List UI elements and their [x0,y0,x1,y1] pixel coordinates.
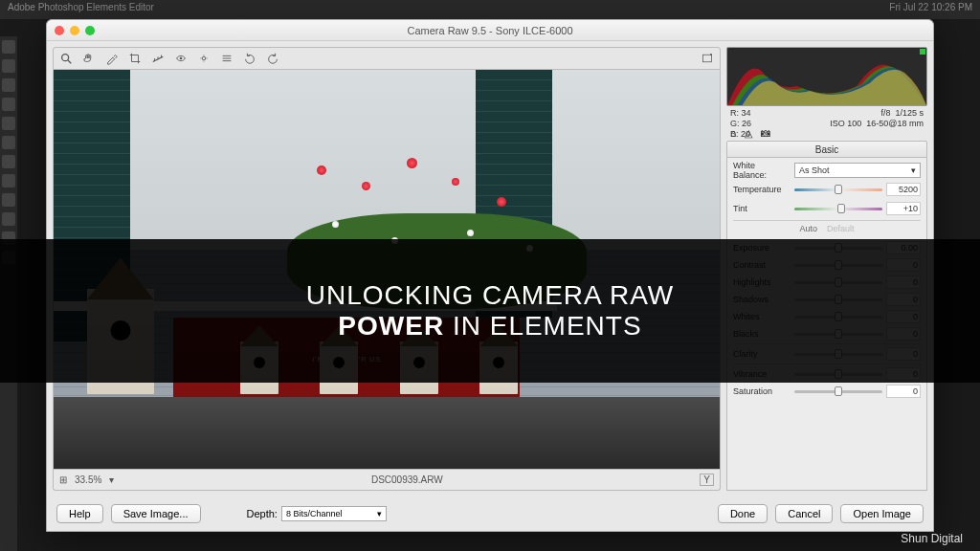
saturation-value[interactable]: 0 [886,385,921,398]
zoom-fit-icon[interactable]: ⊞ [59,474,67,485]
crop-tool-icon[interactable] [128,52,142,65]
chevron-down-icon: ▾ [377,507,382,520]
rotate-cw-icon[interactable] [266,52,279,65]
help-button[interactable]: Help [56,504,103,523]
save-image-button[interactable]: Save Image... [111,504,201,523]
svg-line-1 [68,60,72,64]
zoom-tool-icon[interactable] [59,52,73,65]
camera-tab-icon[interactable]: 📷︎ [760,127,770,139]
auto-button[interactable]: Auto [799,224,817,237]
straighten-tool-icon[interactable] [151,52,165,65]
basic-tab-icon[interactable]: ⌂ [730,127,737,139]
detail-tool-icon[interactable] [174,52,188,65]
histogram-area: R: 34 G: 26 B: 20 f/8 1/125 s ISO 100 16… [726,47,927,125]
saturation-label: Saturation [733,386,791,396]
redeye-tool-icon[interactable] [197,52,211,65]
bottom-bar: Help Save Image... Depth: 8 Bits/Channel… [47,496,933,531]
preview-mode-toggle[interactable]: Y [700,474,714,486]
done-button[interactable]: Done [718,504,768,523]
watermark: Shun Digital [901,532,963,545]
tint-label: Tint [733,204,791,213]
hand-tool-icon[interactable] [82,52,96,65]
host-menubar: Adobe Photoshop Elements Editor Fri Jul … [0,0,980,19]
prefs-icon[interactable] [220,52,234,65]
svg-point-6 [180,57,183,60]
open-image-button[interactable]: Open Image [840,504,924,523]
close-icon[interactable] [55,26,64,35]
tint-value[interactable]: +10 [886,202,921,215]
wb-label: White Balance: [733,161,791,180]
eyedropper-icon[interactable] [105,52,119,65]
depth-label: Depth: [247,508,278,519]
svg-rect-15 [703,55,712,62]
svg-point-7 [202,56,206,60]
chevron-down-icon: ▾ [911,164,916,177]
depth-select[interactable]: 8 Bits/Channel▾ [281,506,387,521]
zoom-level[interactable]: 33.5% [75,474,101,485]
saturation-slider[interactable] [794,385,882,398]
default-button[interactable]: Default [827,224,855,237]
title-overlay: UNLOCKING CAMERA RAW POWER IN ELEMENTS [0,239,980,383]
temperature-label: Temperature [733,185,791,194]
basic-panel-header: Basic [726,141,927,158]
white-balance-select[interactable]: As Shot▾ [794,163,921,178]
window-title: Camera Raw 9.5 - Sony ILCE-6000 [407,25,572,36]
svg-point-0 [62,55,69,61]
temperature-slider[interactable] [794,183,882,196]
tint-slider[interactable] [794,202,882,215]
detail-tab-icon[interactable]: ◬ [745,127,752,140]
histogram[interactable] [726,47,927,106]
cancel-button[interactable]: Cancel [775,504,833,523]
titlebar[interactable]: Camera Raw 9.5 - Sony ILCE-6000 [47,20,933,41]
toggle-preview-icon[interactable] [701,52,714,65]
panel-tabs: ⌂ ◬ 📷︎ [726,125,927,141]
toolbar [53,47,721,70]
minimize-icon[interactable] [70,26,79,35]
zoom-bar: ⊞ 33.5% ▾ DSC00939.ARW Y [53,470,721,491]
zoom-icon[interactable] [85,26,95,35]
rotate-ccw-icon[interactable] [243,52,256,65]
temperature-value[interactable]: 5200 [886,183,921,196]
filename: DSC00939.ARW [122,474,692,485]
